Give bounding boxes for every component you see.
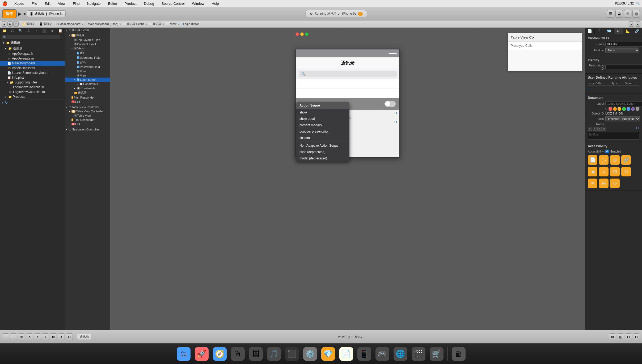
color-purple-button[interactable] — [631, 107, 635, 111]
sidebar-item-assets[interactable]: 🗂 Assets.xcassets — [0, 66, 65, 70]
menu-navigate[interactable]: Navigate — [85, 1, 102, 6]
menu-product[interactable]: Product — [123, 1, 138, 6]
sidebar-item-launchscreen[interactable]: 📄 LaunchScreen.storyboard — [0, 70, 65, 75]
bottom-layout[interactable]: T Bottom Layout... — [65, 42, 110, 46]
bottom-back-button[interactable]: ← — [2, 333, 9, 340]
acc-icon-target[interactable]: ⊕ — [610, 155, 620, 165]
acc-icon-link[interactable]: 🔗 — [621, 155, 631, 165]
sidebar-item-loginvc-m[interactable]: m LoginViewController.m — [0, 90, 65, 94]
menu-help[interactable]: Help — [210, 1, 221, 6]
notes-align-left[interactable]: ≡ — [588, 127, 592, 131]
nav-tab-reports[interactable]: 📋 — [56, 29, 64, 33]
nav-tab-issues[interactable]: ⚠ — [24, 29, 32, 33]
segue-option-show[interactable]: show — [296, 109, 349, 116]
segue-option-custom[interactable]: custom — [296, 135, 349, 141]
sidebar-item-main-storyboard[interactable]: 📄 Main.storyboard — [0, 61, 65, 66]
class-input[interactable] — [605, 42, 642, 46]
breadcrumb-back[interactable]: ◀ — [2, 21, 7, 27]
color-yellow-button[interactable] — [618, 107, 621, 111]
dock-cursor[interactable]: 🖱 — [230, 347, 246, 361]
breadcrumb-view[interactable]: ⬜ View — [165, 22, 177, 26]
segue-option-modal-deprecated[interactable]: modal (deprecated) — [296, 155, 349, 162]
close-window-icon[interactable] — [295, 32, 299, 36]
pause-button[interactable]: 暂停 — [2, 9, 16, 18]
menu-source-control[interactable]: Source Control — [160, 1, 186, 6]
dock-app3[interactable]: 🌐 — [392, 347, 409, 361]
menu-file[interactable]: File — [30, 1, 39, 6]
nav-tab-breakpoints[interactable]: ◆ — [48, 29, 56, 33]
size-collapse-button[interactable]: ⊞ — [609, 333, 616, 340]
breadcrumb-prev[interactable]: ◀ — [629, 21, 634, 27]
breadcrumb-storyboard[interactable]: ⬡ Main.storyboard — [56, 22, 81, 26]
navigator-expand-button[interactable]: ↻ — [5, 100, 8, 105]
nav-tab-test[interactable]: ✓ — [32, 29, 40, 33]
dock-sketch[interactable]: 💎 — [320, 347, 336, 361]
notes-font-button[interactable]: A — [635, 127, 637, 131]
assistant-toggle[interactable]: ⊞ — [624, 10, 631, 18]
toggle-switch[interactable] — [385, 101, 396, 107]
bottom-up-button[interactable]: ↑ — [34, 333, 41, 340]
breadcrumb-forward[interactable]: ▶ — [7, 21, 13, 27]
view-sub1[interactable]: V View — [65, 69, 110, 73]
constraints-2[interactable]: ▸ 🔲 Constraints — [65, 86, 110, 90]
sidebar-item-root[interactable]: ▾ 📁 通讯录 — [0, 40, 65, 46]
label-input[interactable] — [605, 101, 642, 106]
tvc-item[interactable]: ▾ ⚪ Table View Controller — [65, 109, 110, 113]
label-account[interactable]: L 账户: — [65, 50, 110, 56]
lock-select[interactable]: Inherited - (Nothing) — [605, 116, 640, 121]
inspector-tab-connections[interactable]: 🔗 — [632, 28, 642, 34]
exit-0[interactable]: ✕ Exit — [65, 100, 110, 104]
nav-tab-find[interactable]: 🔍 — [16, 29, 24, 33]
sidebar-item-appdelegate-h[interactable]: h AppDelegate.h — [0, 51, 65, 56]
field-username[interactable]: F Username Field — [65, 56, 110, 60]
size-fit-button[interactable]: ⊟ — [633, 333, 640, 340]
color-red-button[interactable] — [609, 107, 612, 111]
breadcrumb-vc[interactable]: ⚪ 通讯录 — [148, 22, 162, 26]
dock-app2[interactable]: 🎮 — [374, 347, 391, 361]
acc-icon-list2[interactable]: ≡ — [588, 179, 597, 188]
remove-attribute-button[interactable]: − — [591, 87, 594, 91]
remove-color-button[interactable]: ✕ — [604, 107, 607, 111]
breadcrumb-storyboard-base[interactable]: ⬡ Main.storyboard (Base) — [84, 22, 119, 26]
acc-icon-circle[interactable]: ⊙ — [610, 179, 620, 188]
first-responder-0[interactable]: ! First Responder — [65, 95, 110, 100]
segue-option-non-adaptive[interactable]: Non-Adaptive Action Segue — [296, 142, 349, 149]
nav-tab-files[interactable]: 📁 — [1, 29, 9, 33]
notes-input[interactable]: No Font — [588, 132, 639, 140]
color-green-button[interactable] — [622, 107, 626, 111]
breadcrumb-scene[interactable]: ⚪ 通讯录 Scene — [122, 22, 145, 26]
breadcrumb-project[interactable]: 📁 通讯录 — [21, 22, 36, 26]
acc-icon-doc[interactable]: 📄 — [588, 155, 597, 165]
scheme-selector[interactable]: 📱 通讯录 ❯ iPhone 6s — [27, 10, 65, 17]
sidebar-item-products[interactable]: ▸ 📁 Products — [0, 94, 65, 99]
sidebar-item-appdelegate-m[interactable]: m AppDelegate.m — [0, 56, 65, 61]
dock-photos[interactable]: 🖼 — [248, 347, 264, 361]
segue-option-popover[interactable]: popover presentation — [296, 128, 349, 135]
vc-0[interactable]: ▾ ⚪ 通讯录 — [65, 33, 110, 38]
dock-terminal[interactable]: ⬛ — [284, 347, 300, 361]
inspector-tab-attributes[interactable]: ⚙ — [614, 28, 623, 34]
bottom-square-button[interactable]: ⊡ — [66, 333, 73, 340]
color-orange-button[interactable] — [613, 107, 617, 111]
selection-handle-topright[interactable] — [395, 112, 397, 114]
dock-app1[interactable]: 📱 — [356, 347, 373, 361]
segue-option-present-modally[interactable]: present modally — [296, 122, 349, 128]
bottom-down-button[interactable]: ↓ — [42, 333, 49, 340]
bottom-forward-button[interactable]: → — [10, 333, 17, 340]
resize-handle[interactable] — [389, 53, 397, 54]
navigator-search[interactable]: 🔍 — [2, 35, 60, 39]
exit-1[interactable]: ✕ Exit — [65, 122, 110, 126]
segue-item[interactable]: ↩ 通讯录 — [65, 90, 110, 95]
top-layout[interactable]: T Top Layout Guide — [65, 38, 110, 42]
segue-option-push-deprecated[interactable]: push (deprecated) — [296, 149, 349, 155]
acc-icon-back[interactable]: ◀ — [588, 167, 597, 176]
menu-editor[interactable]: Editor — [107, 1, 119, 6]
menu-window[interactable]: Window — [191, 1, 206, 6]
bottom-grid-button[interactable]: ⊞ — [50, 333, 57, 340]
menu-debug[interactable]: Debug — [142, 1, 156, 6]
dock-notes[interactable]: 📄 — [338, 347, 354, 361]
dock-trash[interactable]: 🗑 — [450, 347, 467, 361]
restoration-id-input[interactable] — [605, 65, 642, 69]
notes-align-right[interactable]: ≡ — [597, 127, 602, 131]
dock-launchpad[interactable]: 🚀 — [193, 347, 210, 361]
